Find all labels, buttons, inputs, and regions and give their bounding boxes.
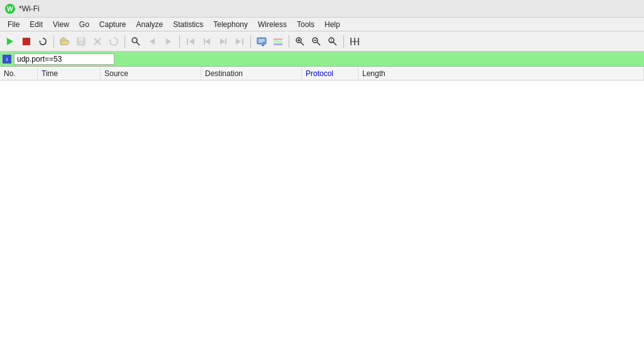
restart-capture-button[interactable] bbox=[35, 34, 50, 49]
app-icon: W bbox=[5, 4, 15, 14]
title-bar: W *Wi-Fi bbox=[0, 0, 644, 18]
separator-5 bbox=[289, 35, 289, 48]
menu-item-view[interactable]: View bbox=[48, 19, 74, 30]
save-file-button[interactable] bbox=[74, 34, 89, 49]
col-header-source[interactable]: Source bbox=[101, 67, 201, 80]
menu-item-analyze[interactable]: Analyze bbox=[131, 19, 169, 30]
menu-item-capture[interactable]: Capture bbox=[94, 19, 131, 30]
separator-1 bbox=[53, 35, 54, 48]
svg-marker-20 bbox=[220, 38, 225, 45]
menu-item-tools[interactable]: Tools bbox=[292, 19, 319, 30]
go-first-button[interactable] bbox=[183, 34, 198, 49]
svg-marker-17 bbox=[189, 38, 194, 45]
svg-marker-11 bbox=[109, 40, 111, 42]
svg-rect-8 bbox=[79, 42, 83, 45]
svg-line-33 bbox=[301, 42, 304, 45]
menu-item-statistics[interactable]: Statistics bbox=[168, 19, 208, 30]
open-file-button[interactable] bbox=[57, 34, 72, 49]
find-packet-button[interactable] bbox=[128, 34, 143, 49]
reload-file-button[interactable] bbox=[106, 34, 121, 49]
zoom-normal-button[interactable]: 1 bbox=[325, 34, 340, 49]
packet-list-body bbox=[0, 80, 644, 349]
stop-capture-button[interactable] bbox=[19, 34, 34, 49]
svg-line-13 bbox=[136, 42, 140, 45]
prev-packet-button[interactable] bbox=[145, 34, 160, 49]
svg-rect-3 bbox=[23, 38, 30, 45]
separator-4 bbox=[250, 35, 251, 48]
separator-6 bbox=[343, 35, 344, 48]
separator-3 bbox=[179, 35, 180, 48]
col-header-length[interactable]: Length bbox=[358, 67, 644, 80]
menu-item-help[interactable]: Help bbox=[319, 19, 345, 30]
svg-rect-7 bbox=[79, 38, 84, 41]
start-capture-button[interactable] bbox=[3, 34, 18, 49]
menu-item-edit[interactable]: Edit bbox=[25, 19, 48, 30]
autoscroll-button[interactable] bbox=[254, 34, 269, 49]
menu-item-wireless[interactable]: Wireless bbox=[253, 19, 292, 30]
go-last-button[interactable] bbox=[232, 34, 247, 49]
svg-line-40 bbox=[333, 42, 336, 45]
resize-columns-button[interactable] bbox=[347, 34, 362, 49]
svg-marker-28 bbox=[261, 45, 265, 47]
svg-marker-2 bbox=[7, 38, 13, 45]
col-header-time[interactable]: Time bbox=[38, 67, 101, 80]
menu-item-go[interactable]: Go bbox=[74, 19, 94, 30]
svg-rect-31 bbox=[274, 43, 282, 45]
svg-marker-4 bbox=[39, 41, 41, 43]
close-file-button[interactable] bbox=[90, 34, 105, 49]
col-header-no[interactable]: No. bbox=[0, 67, 38, 80]
col-header-protocol[interactable]: Protocol bbox=[302, 67, 358, 80]
svg-text:W: W bbox=[7, 6, 13, 13]
packet-list-header: No. Time Source Destination Protocol Len… bbox=[0, 67, 644, 80]
svg-text:i: i bbox=[6, 57, 8, 62]
svg-text:1: 1 bbox=[330, 38, 333, 43]
filter-bookmark-icon: i bbox=[3, 55, 11, 64]
go-prev-button[interactable] bbox=[199, 34, 214, 49]
menu-item-file[interactable]: File bbox=[3, 19, 25, 30]
window-title: *Wi-Fi bbox=[19, 4, 40, 13]
svg-marker-23 bbox=[236, 38, 241, 45]
svg-rect-29 bbox=[274, 38, 282, 40]
next-packet-button[interactable] bbox=[161, 34, 176, 49]
display-filter-input[interactable] bbox=[14, 53, 114, 65]
svg-rect-30 bbox=[274, 41, 282, 43]
svg-line-37 bbox=[317, 42, 320, 45]
svg-marker-14 bbox=[150, 38, 155, 45]
svg-marker-18 bbox=[205, 38, 210, 45]
svg-point-12 bbox=[132, 38, 137, 43]
menu-item-telephony[interactable]: Telephony bbox=[208, 19, 253, 30]
go-next-button[interactable] bbox=[216, 34, 231, 49]
menu-bar: FileEditViewGoCaptureAnalyzeStatisticsTe… bbox=[0, 18, 644, 31]
toolbar: 1 bbox=[0, 31, 644, 52]
zoom-out-button[interactable] bbox=[309, 34, 324, 49]
separator-2 bbox=[125, 35, 125, 48]
filter-bar: i bbox=[0, 52, 644, 67]
col-header-destination[interactable]: Destination bbox=[201, 67, 302, 80]
colorize-button[interactable] bbox=[270, 34, 286, 49]
zoom-in-button[interactable] bbox=[292, 34, 308, 49]
svg-marker-15 bbox=[166, 38, 171, 45]
